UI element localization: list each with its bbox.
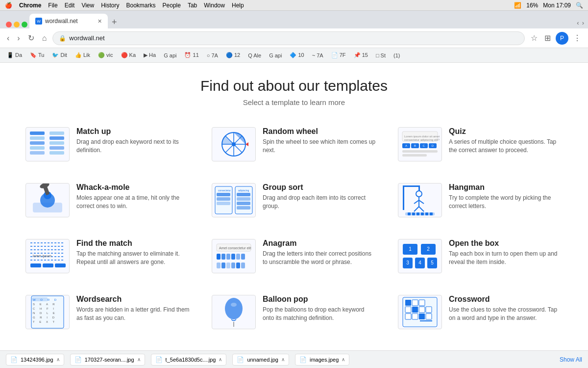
download-item-2[interactable]: 📄 170327-seoran....jpg ∧ [70,354,145,366]
template-card-hangman[interactable]: Hangman Try to complete the word by pick… [392,177,568,223]
bookmark-15[interactable]: 📌 15 [351,51,371,59]
template-info-quiz: Quiz A series of multiple choice questio… [449,127,563,155]
bookmark-api2[interactable]: G api [266,52,285,59]
tab-nav-right[interactable]: › [582,19,584,26]
show-all-button[interactable]: Show All [560,356,582,363]
template-info-match-up: Match up Drag and drop each keyword next… [76,127,190,155]
template-name-open-the-box: Open the box [449,239,563,248]
menu-file[interactable]: File [48,2,57,9]
download-chevron-1[interactable]: ∧ [56,357,60,362]
menu-people[interactable]: People [163,2,181,9]
template-card-true-or-false[interactable]: lorem ipsum sit amet True or false Items… [206,345,382,350]
home-button[interactable]: ⌂ [40,32,49,45]
bookmark-ha[interactable]: ▶ Ha [141,51,159,59]
bookmark-ka[interactable]: 🔴 Ka [118,51,139,59]
template-card-unjumble[interactable]: lorem ipsum'd sit Unjumble Drag and drop… [20,345,196,350]
bookmark-lik[interactable]: 👍 Lik [72,51,93,59]
template-card-quiz[interactable]: Lorem ipsum dolor sit amet, consectetur … [392,121,568,167]
download-chevron-4[interactable]: ∧ [281,357,285,362]
svg-rect-39 [217,193,230,196]
reload-button[interactable]: ↻ [26,31,36,45]
menu-button[interactable]: ⋮ [571,31,583,45]
back-button[interactable]: ‹ [5,32,11,45]
menu-history[interactable]: History [101,2,119,9]
bookmark-api[interactable]: G api [161,52,179,59]
svg-rect-40 [217,197,230,201]
template-card-group-sort[interactable]: consectetur adipiscing Group sort Drag a… [206,177,382,223]
bookmark-7f[interactable]: 📄 7F [328,51,349,59]
download-chevron-5[interactable]: ∧ [342,357,345,362]
svg-rect-110 [419,300,425,306]
tab-close-button[interactable]: ✕ [98,18,102,25]
profile-avatar[interactable]: P [556,32,568,45]
bookmark-11[interactable]: ⏰ 11 [181,51,201,59]
download-item-1[interactable]: 📄 13424396.jpg ∧ [6,354,64,366]
forward-button[interactable]: › [15,32,22,45]
bookmark-dit[interactable]: 🐦 Dit [49,51,70,59]
bookmark-ale[interactable]: Q Ale [245,52,264,59]
new-tab-button[interactable]: + [108,17,121,27]
template-card-anagram[interactable]: Amet consectetur elit Anagram [206,233,382,279]
menu-help[interactable]: Help [232,2,244,9]
svg-text:lorem ipsum: lorem ipsum [33,254,51,258]
menu-edit[interactable]: Edit [65,2,75,9]
download-item-5[interactable]: 📄 images.jpeg ∧ [295,354,349,366]
bookmark-tu[interactable]: 🔖 Tu [27,51,47,59]
menu-bookmarks[interactable]: Bookmarks [126,2,156,9]
template-card-labelled-diagram[interactable]: Labelled diagram Drag and drop the pins … [392,345,568,350]
template-card-wordsearch[interactable]: W O R D S E A R C H F I N D L E G R I D … [20,289,196,335]
traffic-green[interactable] [22,22,27,27]
bookmark-vic[interactable]: 🟢 vic [95,51,116,59]
svg-marker-16 [245,142,248,146]
address-bar: ‹ › ↻ ⌂ 🔒 wordwall.net ☆ ⊞ P ⋮ [0,28,588,48]
tab-nav-left[interactable]: ‹ [577,19,579,26]
template-card-random-wheel[interactable]: Random wheel Spin the wheel to see which… [206,121,382,167]
page-subtitle: Select a template to learn more [20,98,568,106]
template-card-open-the-box[interactable]: 1 2 3 4 5 Open the box Tap each box in t… [392,233,568,279]
bookmark-more[interactable]: (1) [391,52,403,59]
menu-window[interactable]: Window [204,2,225,9]
template-info-find-the-match: Find the match Tap the matching answer t… [76,239,190,266]
template-card-find-the-match[interactable]: lorem ipsum Find the match Tap the match… [20,233,196,279]
svg-rect-57 [412,212,415,215]
bookmark-7a[interactable]: ○ 7A [204,52,221,59]
bookmark-10[interactable]: 🔷 10 [287,51,307,59]
template-card-balloon-pop[interactable]: Balloon pop Pop the balloons to drop eac… [206,289,382,335]
svg-text:4: 4 [418,260,421,265]
template-name-wordsearch: Wordsearch [76,295,190,304]
template-desc-crossword: Use the clues to solve the crossword. Ta… [449,306,563,322]
menu-view[interactable]: View [81,2,94,9]
svg-rect-0 [30,131,45,135]
menu-tab[interactable]: Tab [188,2,197,9]
traffic-red[interactable] [6,22,12,27]
search-icon[interactable]: 🔍 [576,2,583,9]
svg-rect-60 [425,212,428,215]
bookmark-st[interactable]: □ St [373,52,389,59]
download-item-4[interactable]: 📄 unnamed.jpg ∧ [232,354,289,366]
tab-title: wordwall.net [45,18,95,25]
traffic-yellow[interactable] [14,22,20,27]
extension-button[interactable]: ⊞ [542,31,553,45]
svg-rect-47 [403,185,420,187]
svg-rect-109 [412,300,418,306]
svg-rect-9 [49,151,64,155]
apple-logo[interactable]: 🍎 [5,2,12,9]
template-card-whack-a-mole[interactable]: Whack-a-mole Moles appear one at a time,… [20,177,196,223]
download-chevron-3[interactable]: ∧ [219,357,222,362]
svg-rect-44 [237,202,250,205]
template-card-match-up[interactable]: Match up Drag and drop each keyword next… [20,121,196,167]
template-desc-open-the-box: Tap each box in turn to open them up and… [449,250,563,266]
svg-text:D: D [432,144,434,147]
active-tab[interactable]: W wordwall.net ✕ [29,14,108,28]
template-card-crossword[interactable]: Crossword Use the clues to solve the cro… [392,289,568,335]
bookmark-7a2[interactable]: ~ 7A [309,52,326,59]
template-thumb-whack-a-mole [25,183,70,217]
bookmark-star-button[interactable]: ☆ [529,31,539,45]
download-item-3[interactable]: 📄 t_5e6a1830d5c....jpg ∧ [151,354,227,366]
svg-rect-41 [217,202,230,205]
bookmark-apps[interactable]: 📱 Da [4,51,25,59]
bookmark-12[interactable]: 🔵 12 [223,51,243,59]
download-chevron-2[interactable]: ∧ [137,357,141,362]
url-bar[interactable]: 🔒 wordwall.net [52,31,525,45]
template-info-crossword: Crossword Use the clues to solve the cro… [449,295,563,322]
